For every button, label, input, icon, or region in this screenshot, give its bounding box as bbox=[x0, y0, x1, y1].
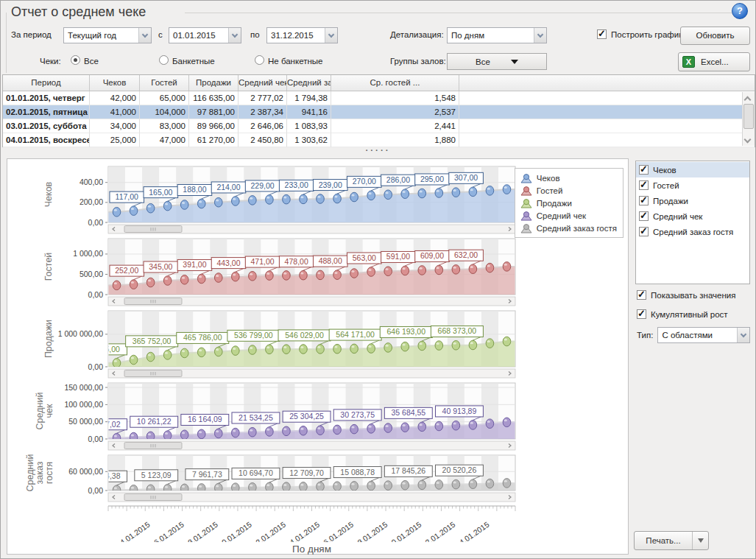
table-scrollbar[interactable] bbox=[742, 92, 755, 146]
detail-label: Детализация: bbox=[390, 30, 444, 39]
page-title: Отчет о среднем чеке bbox=[11, 4, 146, 20]
chevron-down-icon bbox=[138, 28, 151, 43]
series-checkbox[interactable] bbox=[639, 180, 649, 190]
chart-5: Среднийзаказгостя0,0060 000,001 794,385 … bbox=[7, 454, 628, 502]
legend-item: Средний чек bbox=[520, 209, 617, 222]
excel-button[interactable]: X Excel... bbox=[678, 52, 750, 71]
help-icon[interactable]: ? bbox=[732, 3, 748, 19]
from-label: с bbox=[158, 30, 163, 39]
svg-text:200,00: 200,00 bbox=[80, 197, 103, 206]
legend-area-icon bbox=[520, 223, 533, 233]
series-checkbox[interactable] bbox=[639, 196, 649, 205]
chart-scrollbar[interactable] bbox=[108, 225, 515, 233]
table-header-cell[interactable]: Средний за... bbox=[287, 75, 331, 91]
svg-text:0,00: 0,00 bbox=[88, 486, 104, 495]
series-checklist-item[interactable]: Чеков bbox=[636, 162, 749, 177]
legend-area-icon bbox=[520, 198, 533, 208]
table-header-cell[interactable]: Период bbox=[3, 75, 90, 91]
svg-text:17 845,26: 17 845,26 bbox=[391, 466, 425, 475]
refresh-button[interactable]: Обновить bbox=[680, 27, 750, 45]
series-checklist-item[interactable]: Средний заказ гостя bbox=[636, 224, 749, 239]
period-select[interactable]: Текущий год bbox=[63, 27, 152, 43]
table-cell: 97 881,00 bbox=[189, 105, 239, 119]
build-chart-checkbox[interactable] bbox=[597, 29, 607, 39]
halls-dropdown[interactable]: Все bbox=[447, 53, 547, 70]
table-header-cell[interactable]: Ср. гостей ... bbox=[331, 75, 459, 91]
table-row[interactable]: 02.01.2015, пятница41,000104,00097 881,0… bbox=[3, 105, 755, 119]
to-label: по bbox=[250, 30, 260, 39]
chart-scrollbar[interactable] bbox=[108, 297, 515, 306]
table-row[interactable]: 03.01.2015, суббота34,00083,00089 966,00… bbox=[3, 119, 755, 133]
scrollbar-thumb[interactable] bbox=[743, 104, 754, 129]
table-row[interactable]: 01.01.2015, четверг42,00065,000116 635,0… bbox=[3, 91, 755, 105]
splitter-handle[interactable]: ····· bbox=[1, 147, 755, 157]
type-select[interactable]: С областями bbox=[657, 327, 750, 343]
date-from-select[interactable]: 01.01.2015 bbox=[169, 27, 241, 43]
table-header-cell[interactable]: Гостей bbox=[140, 75, 189, 91]
table-header-cell[interactable]: Продажи bbox=[189, 75, 239, 91]
table-cell: 47,000 bbox=[140, 133, 189, 147]
legend-item: Средний заказ гостя bbox=[520, 222, 617, 234]
table-cell: 34,000 bbox=[90, 119, 140, 133]
chart-scrollbar[interactable] bbox=[108, 369, 515, 378]
series-checklist-item[interactable]: Продажи bbox=[636, 193, 749, 208]
svg-text:233,00: 233,00 bbox=[285, 180, 308, 189]
svg-text:Гостей: Гостей bbox=[43, 253, 54, 281]
svg-text:0,00: 0,00 bbox=[88, 290, 104, 299]
scroll-down-icon[interactable] bbox=[745, 137, 752, 144]
cumulative-checkbox[interactable] bbox=[637, 309, 646, 319]
svg-text:Среднийчек: Среднийчек bbox=[35, 393, 54, 430]
print-dropdown-arrow-icon bbox=[692, 532, 708, 549]
date-to-select[interactable]: 31.12.2015 bbox=[266, 27, 338, 43]
svg-text:646 193,00: 646 193,00 bbox=[386, 327, 425, 336]
radio-checks-all-label: Все bbox=[84, 57, 99, 66]
legend-area-icon bbox=[520, 186, 533, 196]
series-checklist-item[interactable]: Гостей bbox=[636, 177, 749, 193]
svg-text:546 029,00: 546 029,00 bbox=[285, 331, 324, 340]
radio-checks-all[interactable] bbox=[71, 55, 80, 65]
chart-scrollbar[interactable] bbox=[108, 441, 515, 450]
svg-text:286,00: 286,00 bbox=[386, 175, 410, 184]
groupbox-frame-left bbox=[6, 13, 7, 73]
radio-checks-nonbanquet[interactable] bbox=[255, 55, 264, 65]
chart-2: Гостей0,00500,001 000,00252,00345,00391,… bbox=[7, 237, 628, 306]
svg-text:10 694,70: 10 694,70 bbox=[239, 468, 273, 477]
svg-text:214,00: 214,00 bbox=[216, 183, 240, 191]
table-cell: 941,16 bbox=[287, 105, 331, 119]
cumulative-label: Кумулятивный рост bbox=[651, 310, 728, 319]
svg-text:50 000,00: 50 000,00 bbox=[68, 417, 103, 426]
chart-4: Среднийчек0,0050 000,00100 000,00150 000… bbox=[7, 382, 628, 451]
x-axis-title: По дням bbox=[108, 544, 515, 555]
svg-text:229,00: 229,00 bbox=[251, 181, 275, 190]
table-cell: 04.01.2015, воскресе... bbox=[3, 133, 90, 147]
svg-text:15 088,78: 15 088,78 bbox=[340, 468, 375, 477]
radio-checks-banquet[interactable] bbox=[159, 55, 169, 65]
x-axis-tick-label: 18.01.2015 bbox=[352, 520, 389, 542]
table-header-cell[interactable]: Чеков bbox=[90, 75, 140, 91]
legend-area-icon bbox=[520, 211, 533, 221]
table-cell: 2 387,34 bbox=[239, 105, 287, 119]
series-checkbox[interactable] bbox=[639, 165, 649, 175]
table-cell: 65,000 bbox=[140, 91, 189, 105]
print-button[interactable]: Печать... bbox=[634, 531, 709, 550]
svg-text:Чеков: Чеков bbox=[43, 181, 54, 207]
x-axis-tick-label: 08.01.2015 bbox=[183, 520, 219, 542]
chart-scrollbar[interactable] bbox=[108, 493, 515, 502]
chevron-down-icon bbox=[228, 28, 241, 43]
report-window: Отчет о среднем чеке ? За период Текущий… bbox=[0, 0, 756, 559]
series-checkbox[interactable] bbox=[639, 211, 649, 221]
svg-text:239,00: 239,00 bbox=[319, 180, 342, 189]
x-axis-tick-label: 12.01.2015 bbox=[250, 520, 287, 542]
radio-checks-nonbanquet-label: Не банкетные bbox=[268, 57, 322, 66]
x-axis-tick-label: 04.01.2015 bbox=[115, 520, 152, 542]
scroll-up-icon[interactable] bbox=[745, 94, 752, 101]
series-checkbox[interactable] bbox=[639, 227, 649, 236]
series-checklist-item[interactable]: Средний чек bbox=[636, 208, 749, 224]
svg-text:7 961,73: 7 961,73 bbox=[192, 470, 222, 479]
x-axis: 04.01.201506.01.201508.01.201510.01.2015… bbox=[7, 505, 628, 542]
show-values-checkbox[interactable] bbox=[637, 290, 646, 300]
detail-select[interactable]: По дням bbox=[447, 27, 547, 43]
type-label: Тип: bbox=[637, 331, 653, 340]
table-header-cell[interactable]: Средний чек bbox=[239, 75, 287, 91]
legend-item-label: Средний заказ гостя bbox=[537, 224, 617, 233]
